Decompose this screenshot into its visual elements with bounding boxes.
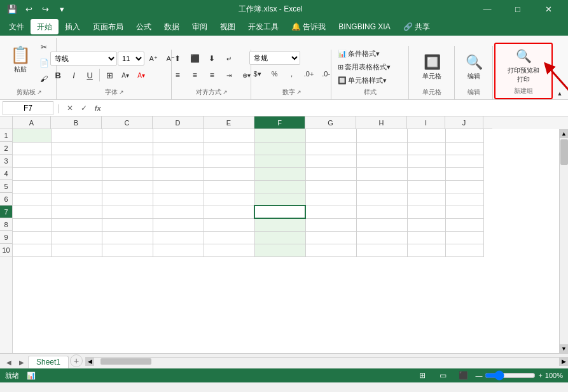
cell-e9[interactable] [204,231,254,244]
col-header-h[interactable]: H [356,116,407,129]
cell-g9[interactable] [305,231,356,244]
redo-btn[interactable]: ↪ [38,2,52,16]
menu-review[interactable]: 审阅 [186,19,214,34]
v-scroll-track[interactable] [560,138,568,344]
cell-f4[interactable] [254,167,305,180]
clipboard-expand-icon[interactable]: ↗ [37,89,42,95]
cell-c6[interactable] [102,193,153,206]
add-sheet-button[interactable]: + [70,354,83,367]
cell-d1[interactable] [153,129,204,142]
cell-d3[interactable] [153,155,204,167]
col-header-c[interactable]: C [102,116,153,129]
menu-user[interactable]: BINGBING XIA [332,19,396,34]
scroll-left-btn[interactable]: ◀ [85,357,94,366]
cell-b1[interactable] [51,129,102,142]
cell-h5[interactable] [356,180,407,193]
cell-b4[interactable] [51,167,102,180]
cell-j5[interactable] [445,180,483,193]
cell-g2[interactable] [305,142,356,155]
table-style-btn[interactable]: ⊞ 套用表格格式▾ [335,60,405,73]
indent-btn[interactable]: ⇥ [221,67,237,83]
qa-extra-btn[interactable]: ▾ [55,2,69,16]
paste-button[interactable]: 📋 粘贴 [6,39,34,79]
border-button[interactable]: ⊞ [102,67,117,83]
cell-e1[interactable] [204,129,254,142]
menu-view[interactable]: 视图 [214,19,242,34]
cell-c3[interactable] [102,155,153,167]
cell-j1[interactable] [445,129,483,142]
col-header-j[interactable]: J [445,116,483,129]
cell-e10[interactable] [204,244,254,256]
font-size-increase-btn[interactable]: A⁺ [145,51,162,66]
cell-large-btn[interactable]: 🔲 单元格 [413,47,451,87]
confirm-formula-btn[interactable]: ✓ [78,102,90,115]
cell-e2[interactable] [204,142,254,155]
cell-d9[interactable] [153,231,204,244]
cell-e6[interactable] [204,193,254,206]
cell-j10[interactable] [445,244,483,256]
cell-f5[interactable] [254,180,305,193]
cell-c8[interactable] [102,218,153,231]
zoom-in-btn[interactable]: + [538,372,542,379]
v-scroll-thumb[interactable] [560,139,568,165]
cell-e4[interactable] [204,167,254,180]
h-scroll-thumb[interactable] [100,358,151,365]
row-header-10[interactable]: 10 [0,244,12,256]
cell-h4[interactable] [356,167,407,180]
menu-pagelayout[interactable]: 页面布局 [87,19,130,34]
cell-i7[interactable] [407,206,445,218]
cell-h3[interactable] [356,155,407,167]
align-top-btn[interactable]: ⬆ [169,51,186,66]
cell-a5[interactable] [13,180,51,193]
cell-e7[interactable] [204,206,254,218]
row-header-4[interactable]: 4 [0,167,12,180]
menu-insert[interactable]: 插入 [59,19,87,34]
page-break-view-btn[interactable]: ⬛ [455,368,471,383]
cell-g5[interactable] [305,180,356,193]
cell-g1[interactable] [305,129,356,142]
cell-i5[interactable] [407,180,445,193]
cell-a7[interactable] [13,206,51,218]
cell-c2[interactable] [102,142,153,155]
row-header-8[interactable]: 8 [0,218,12,231]
cell-c1[interactable] [102,129,153,142]
font-size-select[interactable]: 11 [118,52,144,66]
cell-d7[interactable] [153,206,204,218]
sheet-scroll-left[interactable]: ◀ [3,356,15,368]
cell-i1[interactable] [407,129,445,142]
row-header-7[interactable]: 7 [0,206,12,218]
zoom-out-btn[interactable]: — [475,372,482,379]
cell-g6[interactable] [305,193,356,206]
align-middle-btn[interactable]: ⬛ [186,51,203,66]
row-header-1[interactable]: 1 [0,129,12,142]
cell-b7[interactable] [51,206,102,218]
cell-f9[interactable] [254,231,305,244]
col-header-e[interactable]: E [204,116,254,129]
cell-f7-active[interactable] [254,206,305,218]
cell-j4[interactable] [445,167,483,180]
cell-a8[interactable] [13,218,51,231]
text-wrap-btn[interactable]: ↵ [221,51,237,66]
underline-button[interactable]: U [82,67,97,83]
scroll-up-btn[interactable]: ▲ [560,129,569,138]
cell-i9[interactable] [407,231,445,244]
cell-c10[interactable] [102,244,153,256]
cell-e5[interactable] [204,180,254,193]
cell-f8[interactable] [254,218,305,231]
italic-button[interactable]: I [66,67,81,83]
print-preview-button[interactable]: 🔍 打印预览和打印 [504,48,543,83]
save-btn[interactable]: 💾 [5,2,19,16]
cell-a4[interactable] [13,167,51,180]
cell-b6[interactable] [51,193,102,206]
cell-g10[interactable] [305,244,356,256]
row-header-3[interactable]: 3 [0,155,12,167]
cell-b2[interactable] [51,142,102,155]
row-header-9[interactable]: 9 [0,231,12,244]
cell-j9[interactable] [445,231,483,244]
restore-btn[interactable]: □ [503,0,532,18]
cell-j6[interactable] [445,193,483,206]
menu-file[interactable]: 文件 [3,19,31,34]
cell-b10[interactable] [51,244,102,256]
align-left-btn[interactable]: ≡ [169,67,186,83]
col-header-f[interactable]: F [254,116,305,129]
